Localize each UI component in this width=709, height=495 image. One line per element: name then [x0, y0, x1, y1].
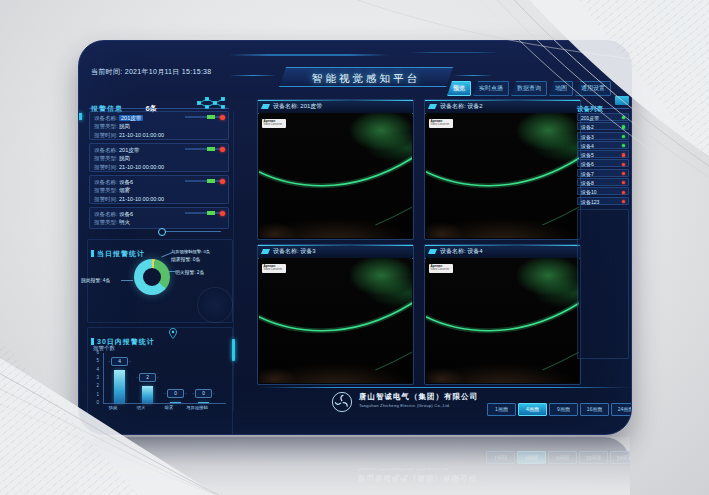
- left-column-scroll-thumb[interactable]: [232, 339, 235, 361]
- status-dot: [622, 153, 625, 156]
- video-tile-header: 设备名称: 设备4: [425, 245, 580, 259]
- status-green-segment: [207, 147, 215, 151]
- tab-map[interactable]: 地图: [549, 81, 573, 96]
- video-feed[interactable]: Apeman Video Converter: [426, 113, 579, 238]
- bar-xlabel: 烟雾: [154, 405, 184, 410]
- status-dot: [622, 163, 625, 166]
- location-pin-icon: [169, 328, 177, 339]
- tab-settings[interactable]: 通用设置: [575, 81, 611, 96]
- watermark-line2: Video Converter: [264, 268, 285, 271]
- video-feed[interactable]: Apeman Video Converter: [426, 258, 579, 383]
- view-1-button[interactable]: 1画面: [487, 403, 516, 416]
- ytick: 4: [87, 367, 99, 372]
- device-list-action-button[interactable]: [615, 96, 629, 105]
- video-tile[interactable]: 设备名称: 设备2 Apeman Video Converter: [424, 99, 581, 240]
- status-dot: [622, 125, 625, 128]
- tab-preview[interactable]: 预览: [447, 81, 471, 96]
- alarm-time-label: 报警时间:: [94, 164, 118, 170]
- video-tile[interactable]: 设备名称: 201皮带 Apeman Video Converter: [257, 99, 414, 240]
- device-list-item[interactable]: 设备8: [577, 178, 629, 186]
- device-name: 设备10: [581, 189, 597, 195]
- video-watermark: Apeman Video Converter: [262, 264, 286, 273]
- device-list-item[interactable]: 设备4: [577, 141, 629, 149]
- reflection-fade: [78, 437, 630, 495]
- alarm-type-value: 烟雾: [119, 187, 130, 193]
- top-tab-bar: 预览 实时点播 数据查询 地图 通用设置: [447, 81, 611, 96]
- alarm-list-item[interactable]: 设备名称: 201皮带 报警类型: 脱岗 报警时间: 21-10-10 00:0…: [89, 143, 229, 172]
- company-info: 唐山智诚电气（集团）有限公司 Tangshan Zhicheng Electri…: [359, 392, 478, 408]
- view-9-button[interactable]: 9画面: [549, 403, 578, 416]
- video-feed[interactable]: Apeman Video Converter: [259, 113, 412, 238]
- device-list-item[interactable]: 201皮带: [577, 113, 629, 121]
- current-time: 当前时间: 2021年10月11日 15:15:38: [91, 67, 212, 77]
- device-name: 设备123: [581, 199, 599, 205]
- device-list-item[interactable]: 设备5: [577, 150, 629, 158]
- bar-value: 0: [195, 389, 212, 398]
- bar-foreign-object: [198, 402, 209, 404]
- device-name: 201皮带: [581, 115, 599, 121]
- screen-layout-buttons: 1画面 4画面 9画面 16画面 24画面: [487, 403, 632, 416]
- view-4-button[interactable]: 4画面: [518, 403, 547, 416]
- alarm-type-value: 脱岗: [119, 155, 130, 161]
- status-dot: [622, 135, 625, 138]
- video-tile[interactable]: 设备名称: 设备4 Apeman Video Converter: [424, 244, 581, 385]
- alarm-list-slider[interactable]: [161, 231, 221, 232]
- alarm-red-dot: [220, 211, 225, 216]
- device-list-item[interactable]: 设备3: [577, 132, 629, 140]
- status-dot: [622, 144, 625, 147]
- device-name: 设备6: [581, 161, 594, 167]
- donut-callout: [121, 280, 133, 281]
- slider-knob[interactable]: [158, 228, 166, 236]
- video-tile[interactable]: 设备名称: 设备3 Apeman Video Converter: [257, 244, 414, 385]
- alarm-header-divider: [89, 108, 229, 109]
- device-name: 设备3: [581, 134, 594, 140]
- device-name: 设备2: [581, 124, 594, 130]
- device-list-item[interactable]: 设备2: [577, 122, 629, 130]
- alarm-status-track: [185, 212, 223, 214]
- belt-laser-line: [426, 258, 579, 383]
- title-wing-left: [229, 75, 277, 76]
- device-name-label: 设备名称:: [94, 211, 118, 217]
- alarm-list-item[interactable]: 设备名称: 201皮带 报警类型: 脱岗 报警时间: 21-10-10 01:0…: [89, 111, 229, 140]
- alarm-type-label: 报警类型:: [94, 187, 118, 193]
- alarm-list-item[interactable]: 设备名称: 设备6 报警类型: 明火: [89, 207, 229, 229]
- tile-name-value: 设备4: [467, 248, 482, 254]
- alarm-time-value: 21-10-10 00:00:00: [119, 196, 164, 202]
- bar-group: 2: [142, 353, 153, 403]
- bar-smoke: [170, 402, 181, 404]
- tile-name-value: 设备2: [467, 103, 482, 109]
- status-dot: [622, 172, 625, 175]
- bar-group: 0: [170, 353, 181, 403]
- status-dot: [622, 181, 625, 184]
- device-list-item[interactable]: 设备123: [577, 197, 629, 205]
- donut-label-offpost: 脱岗报警: 4条: [81, 277, 110, 283]
- bar-fire: [142, 386, 153, 403]
- bar-group: 4: [114, 353, 125, 403]
- bar-xlabel: 明火: [126, 405, 156, 410]
- video-watermark: Apeman Video Converter: [262, 119, 286, 128]
- device-list-item[interactable]: 设备6: [577, 159, 629, 167]
- title-wing-right: [453, 75, 493, 76]
- alarm-time-label: 报警时间:: [94, 132, 118, 138]
- alarm-status-track: [185, 116, 223, 118]
- bar-offpost: [114, 370, 125, 403]
- title-accent: [91, 250, 94, 257]
- status-dot: [622, 200, 625, 203]
- header-deco-line: [409, 52, 499, 53]
- tab-live-playback[interactable]: 实时点播: [473, 81, 509, 96]
- alarm-list-item[interactable]: 设备名称: 设备6 报警类型: 烟雾 报警时间: 21-10-10 00:00:…: [89, 175, 229, 204]
- platform-title-bar: 智能视觉感知平台: [277, 67, 455, 87]
- ytick: 5: [87, 358, 99, 363]
- left-column-scroll-track: [233, 111, 234, 411]
- ytick: 6: [87, 350, 99, 355]
- tab-data-query[interactable]: 数据查询: [511, 81, 547, 96]
- alarm-type-label: 报警类型:: [94, 219, 118, 225]
- device-list-item[interactable]: 设备7: [577, 169, 629, 177]
- view-24-button[interactable]: 24画面: [611, 403, 632, 416]
- view-16-button[interactable]: 16画面: [580, 403, 609, 416]
- watermark-line2: Video Converter: [264, 123, 285, 126]
- bar-xlabel: 脱岗: [98, 405, 128, 410]
- header-deco-line: [229, 54, 389, 56]
- device-list-item[interactable]: 设备10: [577, 187, 629, 195]
- video-feed[interactable]: Apeman Video Converter: [259, 258, 412, 383]
